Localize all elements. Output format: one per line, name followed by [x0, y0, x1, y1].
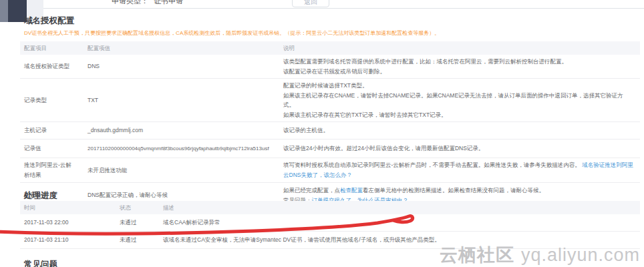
- apply-type-value: 证书申请: [154, 0, 183, 6]
- order-header-bar: 申请类型： 证书申请 返回: [43, 0, 644, 9]
- config-item-label: 记录类型: [20, 93, 84, 107]
- dv-notice-text: DV证书全程无人工干预，只要按照要求正确配置域名授权信息，CA系统检测生效后，随…: [24, 29, 632, 37]
- config-item-label: 主机记录: [20, 123, 84, 138]
- desc-line: 如果已经完成配置，点检查配置看左侧单元格中的检测结果描述。如果检查结果没有问题，…: [283, 186, 633, 196]
- table-row: 主机记录 _dnsauth.gdmmlj.com 该记录的主机值。: [20, 122, 640, 140]
- progress-time: 2017-11-03 21:10: [20, 233, 116, 247]
- desc-text: 填写资料时授权系统自动添加记录到阿里云-云解析产品时，不需要手动去配置。如果推送…: [283, 162, 581, 168]
- progress-status: 未通过: [116, 216, 159, 230]
- config-item-label: 推送到阿里云-云解析结果: [20, 158, 84, 182]
- config-item-label: 域名授权验证类型: [20, 59, 84, 73]
- desc-line: 如果该主机记录存在其它的TXT记录，请暂时去掉其它TXT记录。: [283, 110, 633, 120]
- table-row: 记录值 20171102000000004q5vmqnmf8f3bcous96r…: [20, 140, 640, 158]
- config-item-desc: 配置记录的时候请选择TXT类型。 如果该主机记录存在CNAME，请暂时去掉CNA…: [279, 79, 640, 121]
- desc-text: 如果已经完成配置，点: [283, 187, 340, 194]
- dns-record-value: 20171102000000004q5vmqnmf8f3bcous96rjqyf…: [84, 142, 279, 156]
- watermark-site-name: 云栖社区: [440, 245, 514, 265]
- desc-line: 配置记录的时候请选择TXT类型。: [283, 81, 633, 91]
- page: 申请类型： 证书申请 返回 域名授权配置 DV证书全程无人工干预，只要按照要求正…: [0, 0, 644, 267]
- config-item-desc: 该类型配置需要到域名托管商提供的系统中进行配置，比如：域名托管在阿里云，需要到云…: [279, 55, 640, 78]
- config-item-desc: 该记录值24小时内有效。超过24小时后该值会变化，请用最新值配置DNS记录。: [279, 142, 640, 156]
- progress-time: 2017-11-03 22:00: [20, 216, 116, 230]
- table-row: 记录类型 TXT 配置记录的时候请选择TXT类型。 如果该主机记录存在CNAME…: [20, 79, 640, 122]
- table-row: 推送到阿里云-云解析结果 未开启推送功能 填写资料时授权系统自动添加记录到阿里云…: [20, 158, 640, 183]
- desc-line: 该配置记录在证书颁发或吊销后可删除。: [283, 67, 633, 77]
- config-item-desc: 该记录的主机值。: [279, 123, 640, 138]
- domain-auth-table-header: 配置项目 配置项值 说明: [20, 41, 640, 55]
- check-config-link[interactable]: 检查配置: [340, 187, 363, 194]
- push-result-value: 未开启推送功能: [84, 164, 279, 178]
- progress-table: 时间 状态 描述 2017-11-03 22:00 未通过 域名CAA解析记录异…: [20, 201, 640, 249]
- section-title-progress: 处理进度: [24, 190, 57, 202]
- section-title-faq: 常见问题: [24, 259, 57, 267]
- table-row: 域名授权验证类型 DNS 该类型配置需要到域名托管商提供的系统中进行配置，比如：…: [20, 55, 640, 79]
- config-check-value: DNS配置记录正确，请耐心等候: [84, 188, 279, 202]
- col-header-desc: 说明: [279, 41, 640, 55]
- config-item-label: 记录值: [20, 142, 84, 156]
- apply-type-label: 申请类型：: [112, 0, 148, 6]
- host-record-value: _dnsauth.gdmmlj.com: [84, 123, 279, 138]
- sidebar-corner-strip: [0, 0, 8, 22]
- config-item-desc: 填写资料时授权系统自动添加记录到阿里云-云解析产品时，不需要手动去配置。如果推送…: [279, 158, 640, 182]
- config-item-value: TXT: [84, 93, 279, 107]
- col-header-item: 配置项目: [20, 41, 84, 55]
- desc-text: 看左侧单元格中的检测结果描述。如果检查结果没有问题，请耐心等候。: [363, 187, 544, 194]
- col-header-status: 状态: [116, 201, 159, 215]
- config-item-value: DNS: [84, 59, 279, 73]
- col-header-desc: 描述: [159, 201, 640, 215]
- watermark-site-url: yq.aliyun.com: [521, 245, 640, 265]
- progress-status: 未通过: [116, 233, 159, 247]
- section-title-domain-auth: 域名授权配置: [24, 15, 74, 27]
- desc-line: 该类型配置需要到域名托管商提供的系统中进行配置，比如：域名托管在阿里云，需要到云…: [283, 57, 633, 67]
- progress-desc: 域名CAA解析记录异常: [159, 216, 640, 230]
- desc-line: 如果该主机记录存在CNAME，请暂时去掉CNAME记录。如果CNAME记录无法去…: [283, 91, 633, 110]
- domain-auth-table: 配置项目 配置项值 说明 域名授权验证类型 DNS 该类型配置需要到域名托管商提…: [20, 41, 640, 208]
- back-button[interactable]: 返回: [292, 0, 329, 7]
- watermark: 云栖社区yq.aliyun.com: [440, 243, 640, 267]
- col-header-time: 时间: [20, 201, 116, 215]
- progress-row: 2017-11-03 22:00 未通过 域名CAA解析记录异常: [20, 214, 640, 232]
- col-header-value: 配置项值: [84, 41, 279, 55]
- progress-table-header: 时间 状态 描述: [20, 201, 640, 214]
